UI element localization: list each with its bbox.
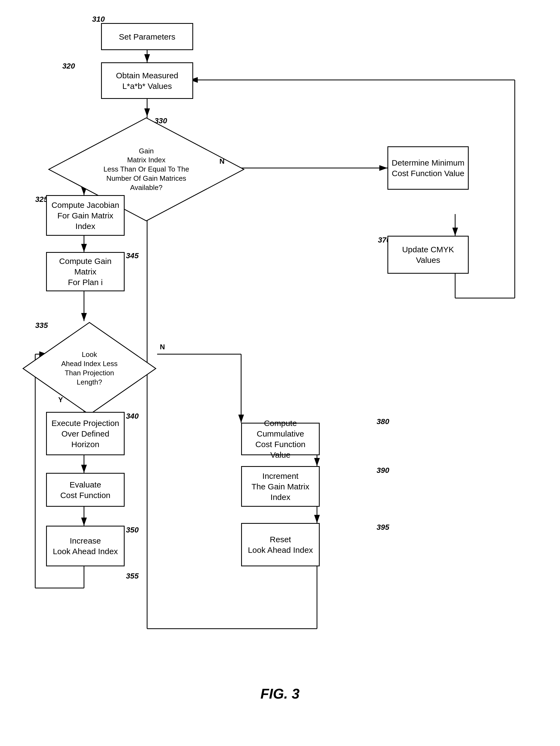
- compute-cumulative-box: Compute CummulativeCost Function Value: [241, 423, 320, 455]
- ref-380: 380: [377, 417, 389, 426]
- ref-340: 340: [126, 412, 139, 421]
- compute-gain-box: Compute Gain MatrixFor Plan i: [46, 252, 125, 291]
- ref-395: 395: [377, 523, 389, 532]
- execute-projection-box: Execute ProjectionOver Defined Horizon: [46, 412, 125, 455]
- n-label-gain: N: [219, 157, 225, 166]
- increase-look-ahead-box: IncreaseLook Ahead Index: [46, 526, 125, 566]
- fig-caption: FIG. 3: [0, 686, 560, 702]
- compute-jacobian-box: Compute JacobianFor Gain Matrix Index: [46, 195, 125, 236]
- set-params-box: Set Parameters: [101, 23, 193, 50]
- obtain-lab-box: Obtain MeasuredL*a*b* Values: [101, 62, 193, 99]
- flowchart-diagram: 310 Set Parameters 320 Obtain MeasuredL*…: [0, 0, 560, 718]
- ref-350: 350: [126, 526, 139, 534]
- reset-look-ahead-box: ResetLook Ahead Index: [241, 523, 320, 566]
- increment-gain-box: IncrementThe Gain Matrix Index: [241, 466, 320, 507]
- ref-320: 320: [62, 62, 75, 70]
- ref-355: 355: [126, 572, 139, 580]
- y-label-look-ahead: Y: [58, 396, 63, 404]
- n-label-look-ahead: N: [160, 343, 165, 351]
- ref-390: 390: [377, 466, 389, 475]
- ref-310: 310: [92, 15, 105, 24]
- determine-min-box: Determine MinimumCost Function Value: [387, 146, 469, 190]
- look-ahead-diamond: LookAhead Index LessThan ProjectionLengt…: [22, 321, 157, 416]
- ref-345: 345: [126, 252, 139, 260]
- update-cmyk-box: Update CMYK Values: [387, 236, 469, 274]
- evaluate-cost-box: EvaluateCost Function: [46, 473, 125, 507]
